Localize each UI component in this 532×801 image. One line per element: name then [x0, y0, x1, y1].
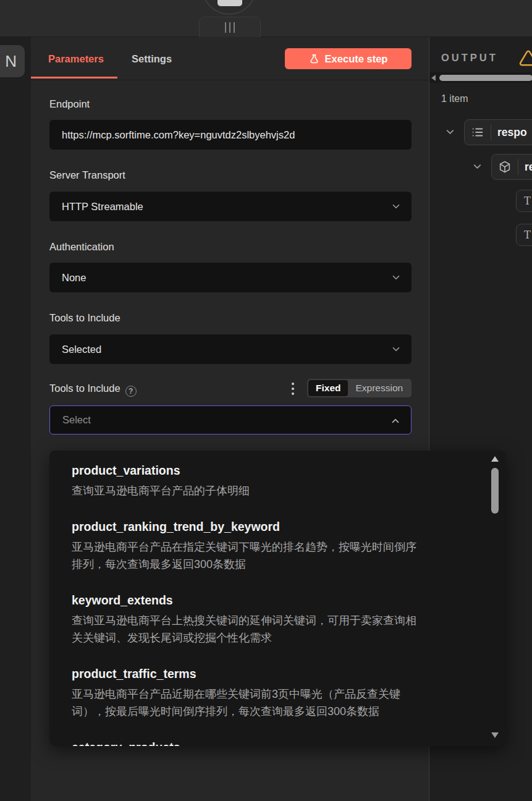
panel-drag-handle[interactable] — [199, 17, 261, 37]
tool-option-name: keyword_extends — [72, 593, 505, 608]
server-transport-label: Server Transport — [49, 169, 125, 181]
server-transport-value: HTTP Streamable — [62, 201, 143, 213]
tool-option[interactable]: keyword_extends 查询亚马逊电商平台上热搜关键词的延伸词关键词，可… — [72, 593, 505, 646]
output-string-field[interactable]: T — [516, 224, 532, 246]
output-item-count: 1 item — [441, 93, 468, 104]
peek-node-label: N — [5, 52, 17, 71]
tools-select-label: Tools to Include? — [49, 383, 137, 397]
string-type-icon: T — [524, 229, 531, 242]
tool-option[interactable]: product_ranking_trend_by_keyword 亚马逊电商平台… — [72, 519, 505, 573]
tools-dropdown-list: product_variations 查询亚马逊电商平台产品的子体明细 prod… — [49, 451, 505, 746]
tab-settings[interactable]: Settings — [132, 53, 172, 65]
chevron-down-icon — [391, 344, 402, 357]
collapse-chevron-icon[interactable] — [471, 161, 483, 175]
execute-step-button[interactable]: Execute step — [285, 48, 412, 69]
tools-mode-value: Selected — [62, 344, 101, 355]
warning-icon[interactable] — [519, 49, 532, 70]
node-icon — [217, 0, 242, 6]
endpoint-label: Endpoint — [49, 98, 90, 110]
toggle-fixed[interactable]: Fixed — [308, 380, 348, 396]
output-field-result[interactable]: re — [491, 154, 532, 180]
parameter-options-icon[interactable] — [290, 381, 295, 396]
chevron-down-icon — [391, 201, 402, 214]
dropdown-scrollbar[interactable] — [490, 451, 500, 746]
toggle-expression[interactable]: Expression — [348, 380, 410, 396]
scrollbar-thumb[interactable] — [491, 468, 499, 514]
tools-mode-select[interactable]: Selected — [49, 334, 412, 364]
scroll-down-icon[interactable] — [491, 732, 499, 738]
server-transport-select[interactable]: HTTP Streamable — [49, 192, 412, 221]
help-icon[interactable]: ? — [125, 386, 137, 397]
tool-option-name: category_products — [72, 740, 505, 746]
output-field-response[interactable]: respo — [464, 119, 532, 145]
output-field-result-label: re — [525, 161, 532, 174]
canvas-left-column: N — [0, 37, 31, 801]
string-type-icon: T — [524, 195, 531, 208]
tab-parameters[interactable]: Parameters — [48, 53, 104, 65]
output-field-response-label: respo — [497, 126, 527, 139]
tool-option[interactable]: product_variations 查询亚马逊电商平台产品的子体明细 — [72, 463, 505, 499]
tools-mode-label: Tools to Include — [49, 312, 120, 324]
active-tab-underline — [31, 77, 117, 78]
panel-header: Parameters Settings Execute step — [31, 37, 429, 80]
fixed-expression-toggle: Fixed Expression — [307, 379, 412, 397]
tool-option-name: product_traffic_terms — [72, 666, 505, 681]
tool-option-name: product_variations — [72, 463, 505, 478]
endpoint-input[interactable]: https://mcp.sorftime.com?key=nguvtdz2slb… — [49, 120, 412, 150]
output-title: OUTPUT — [441, 52, 498, 64]
list-icon — [471, 125, 484, 139]
peek-node[interactable]: N — [0, 45, 25, 77]
canvas-top-strip — [0, 0, 532, 37]
collapse-chevron-icon[interactable] — [444, 126, 456, 140]
authentication-select[interactable]: None — [49, 263, 412, 292]
scroll-up-icon[interactable] — [491, 456, 499, 462]
tool-option-description: 查询亚马逊电商平台产品的子体明细 — [72, 482, 418, 499]
tool-option-description: 亚马逊电商平台产品在指定关键词下曝光的排名趋势，按曝光时间倒序排列，每次查询最多… — [72, 538, 418, 573]
drag-handle-icon — [225, 22, 226, 33]
tool-option[interactable]: category_products — [72, 740, 505, 746]
output-string-field[interactable]: T — [516, 190, 532, 212]
chevron-down-icon — [391, 272, 402, 286]
authentication-label: Authentication — [49, 241, 114, 253]
chevron-up-icon — [390, 415, 401, 429]
tools-multiselect-placeholder: Select — [62, 414, 91, 426]
authentication-value: None — [62, 272, 86, 284]
endpoint-value: https://mcp.sorftime.com?key=nguvtdz2slb… — [62, 129, 295, 141]
tool-option-description: 查询亚马逊电商平台上热搜关键词的延伸词关键词，可用于卖家查询相关关键词、发现长尾… — [72, 612, 418, 646]
tool-option[interactable]: product_traffic_terms 亚马逊电商平台产品近期在哪些关键词前… — [72, 666, 505, 720]
tool-option-name: product_ranking_trend_by_keyword — [72, 519, 505, 534]
flask-icon — [309, 54, 319, 64]
scroll-left-icon[interactable] — [431, 75, 436, 81]
horizontal-scrollbar-thumb[interactable] — [439, 75, 532, 81]
tools-multiselect[interactable]: Select — [49, 405, 412, 434]
execute-step-label: Execute step — [325, 53, 388, 65]
tool-option-description: 亚马逊电商平台产品近期在哪些关键词前3页中曝光（产品反查关键词），按最后曝光时间… — [72, 685, 418, 720]
node-details-view: N Parameters Settings Execute step Endpo… — [0, 0, 532, 801]
cube-icon — [498, 160, 512, 174]
